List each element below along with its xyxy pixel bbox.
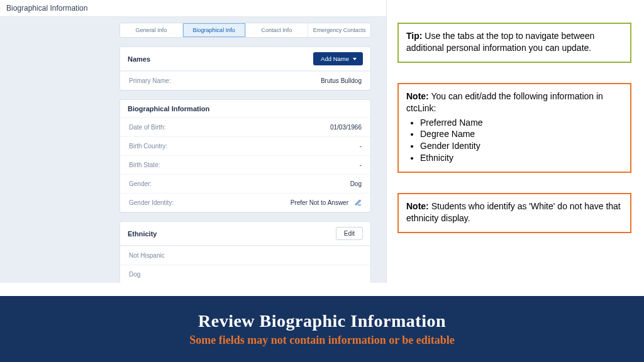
banner-title: Review Biographic Information bbox=[198, 311, 446, 331]
primary-name-row: Primary Name: Brutus Bulldog bbox=[120, 71, 370, 90]
slide-root: Biographical Information General Info Bi… bbox=[0, 0, 644, 362]
callout-bullet: Preferred Name bbox=[420, 117, 623, 129]
tab-general-info[interactable]: General Info bbox=[120, 23, 183, 37]
bio-label: Gender Identity: bbox=[129, 199, 174, 206]
edit-ethnicity-button[interactable]: Edit bbox=[336, 227, 363, 240]
ethnicity-row: Dog bbox=[120, 265, 370, 283]
app-header: Biographical Information bbox=[0, 0, 386, 17]
add-name-button[interactable]: Add Name bbox=[313, 52, 363, 65]
tab-bar: General Info Biographical Info Contact I… bbox=[119, 23, 371, 38]
ethnicity-section-title: Ethnicity bbox=[128, 230, 157, 238]
callout-prefix: Tip: bbox=[406, 31, 422, 41]
callouts: Tip: Use the tabs at the top to navigate… bbox=[397, 23, 631, 233]
add-name-button-label: Add Name bbox=[321, 55, 349, 62]
bio-value: Prefer Not to Answer bbox=[291, 199, 348, 206]
ethnicity-row: Not Hispanic bbox=[120, 246, 370, 265]
bio-value: - bbox=[360, 162, 362, 168]
callout-tip: Tip: Use the tabs at the top to navigate… bbox=[397, 23, 631, 63]
tab-biographical-info[interactable]: Biographical Info bbox=[183, 23, 246, 37]
ethnicity-card-header: Ethnicity Edit bbox=[120, 222, 370, 246]
tab-contact-info[interactable]: Contact Info bbox=[246, 23, 309, 37]
callout-note-white-ethnicity: Note: Students who identify as 'White' d… bbox=[397, 193, 631, 233]
bio-label: Date of Birth: bbox=[129, 124, 165, 131]
bio-row-birth-country: Birth Country: - bbox=[120, 136, 370, 155]
callout-prefix: Note: bbox=[406, 201, 429, 211]
tab-emergency-contacts[interactable]: Emergency Contacts bbox=[308, 23, 370, 37]
names-section-title: Names bbox=[128, 55, 150, 63]
bio-value: 01/03/1966 bbox=[330, 124, 362, 131]
chevron-down-icon bbox=[353, 58, 357, 60]
bio-row-gender-identity: Gender Identity: Prefer Not to Answer bbox=[120, 193, 370, 212]
bio-row-gender: Gender: Dog bbox=[120, 174, 370, 193]
bio-label: Birth Country: bbox=[129, 143, 167, 150]
app-panel: Biographical Information General Info Bi… bbox=[0, 0, 387, 283]
callout-bullet: Gender Identity bbox=[420, 140, 623, 152]
ethnicity-value: Not Hispanic bbox=[129, 252, 165, 259]
bio-value: - bbox=[360, 143, 362, 150]
bio-label: Birth State: bbox=[129, 162, 160, 168]
bio-value-wrap: Prefer Not to Answer bbox=[291, 199, 362, 206]
bio-value: Dog bbox=[350, 180, 362, 187]
bio-card-header: Biographical Information bbox=[120, 100, 370, 118]
callout-text: Students who identify as 'White' do not … bbox=[406, 201, 621, 223]
callout-bullet: Degree Name bbox=[420, 128, 623, 140]
callout-note-editable-fields: Note: You can edit/add the following inf… bbox=[397, 83, 631, 173]
ethnicity-card: Ethnicity Edit Not Hispanic Dog bbox=[119, 221, 371, 283]
callout-bullet-list: Preferred Name Degree Name Gender Identi… bbox=[406, 117, 623, 165]
bio-row-birth-state: Birth State: - bbox=[120, 155, 370, 174]
bio-label: Gender: bbox=[129, 180, 152, 187]
app-body: General Info Biographical Info Contact I… bbox=[119, 23, 371, 283]
pencil-icon[interactable] bbox=[355, 199, 362, 206]
callout-text: You can edit/add the following informati… bbox=[406, 91, 603, 113]
page-title: Biographical Information bbox=[6, 4, 87, 13]
callout-bullet: Ethnicity bbox=[420, 152, 623, 164]
primary-name-label: Primary Name: bbox=[129, 77, 171, 84]
bio-row-dob: Date of Birth: 01/03/1966 bbox=[120, 118, 370, 136]
names-card-header: Names Add Name bbox=[120, 47, 370, 71]
banner-subtitle: Some fields may not contain information … bbox=[189, 334, 455, 347]
callout-text: Use the tabs at the top to navigate betw… bbox=[406, 31, 594, 53]
callout-prefix: Note: bbox=[406, 91, 429, 101]
primary-name-value: Brutus Bulldog bbox=[321, 77, 362, 84]
ethnicity-value: Dog bbox=[129, 271, 140, 278]
bio-card: Biographical Information Date of Birth: … bbox=[119, 99, 371, 212]
names-card: Names Add Name Primary Name: Brutus Bull… bbox=[119, 47, 371, 90]
bio-section-title: Biographical Information bbox=[128, 105, 209, 112]
slide-banner: Review Biographic Information Some field… bbox=[0, 296, 644, 362]
